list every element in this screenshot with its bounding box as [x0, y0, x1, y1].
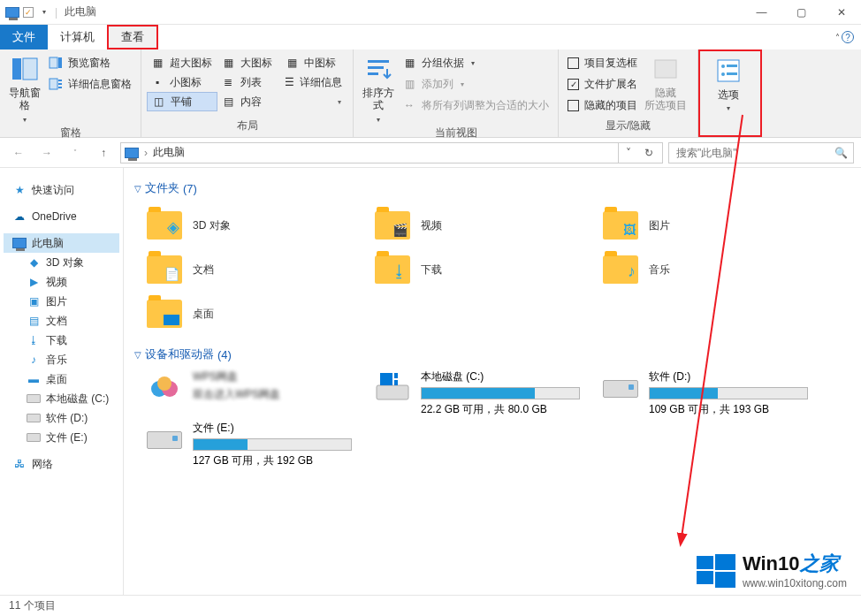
- checkbox-icon: [568, 57, 579, 69]
- folder-item-3dobjects[interactable]: ◈3D 对象: [147, 203, 368, 247]
- layout-medium[interactable]: ▦中图标: [281, 53, 345, 72]
- help-icon[interactable]: ?: [842, 31, 854, 43]
- nav-pane-button[interactable]: 导航窗格 ▾: [5, 53, 43, 124]
- search-box[interactable]: 🔍: [668, 142, 854, 164]
- svg-rect-3: [58, 57, 62, 68]
- win10-logo-icon: [697, 551, 735, 589]
- navigation-sidebar: ★快速访问 ☁OneDrive 此电脑 ◆3D 对象 ▶视频 ▣图片 ▤文档 ⭳…: [0, 168, 124, 595]
- address-history-button[interactable]: ˅: [618, 143, 637, 163]
- svg-rect-16: [727, 72, 737, 75]
- sidebar-item-thispc[interactable]: 此电脑: [4, 233, 119, 253]
- layout-small[interactable]: ▪小图标: [147, 72, 217, 92]
- svg-rect-5: [58, 80, 62, 81]
- address-bar[interactable]: › 此电脑 ˅ ↻: [120, 142, 663, 164]
- svg-rect-21: [380, 373, 392, 385]
- sidebar-item-music[interactable]: ♪音乐: [4, 350, 119, 369]
- layout-xlarge[interactable]: ▦超大图标: [147, 53, 217, 72]
- group-header-drives[interactable]: ▽ 设备和驱动器 (4): [134, 346, 850, 362]
- drive-item-e[interactable]: 文件 (E:) 127 GB 可用，共 192 GB: [147, 421, 368, 472]
- layout-details[interactable]: ☰详细信息: [281, 72, 345, 92]
- search-icon[interactable]: 🔍: [834, 147, 848, 159]
- computer-icon: [5, 5, 19, 19]
- sort-button[interactable]: 排序方式 ▾: [359, 53, 397, 124]
- dropdown-quickbar-icon[interactable]: ▾: [37, 5, 51, 19]
- sidebar-item-downloads[interactable]: ⭳下载: [4, 331, 119, 350]
- ribbon-group-showhide: 项目复选框 ✓文件扩展名 隐藏的项目 隐藏 所选项目 显示/隐藏: [559, 49, 698, 137]
- chevron-down-icon: ▽: [134, 184, 141, 194]
- refresh-button[interactable]: ↻: [639, 143, 659, 163]
- maximize-button[interactable]: ▢: [781, 0, 821, 25]
- svg-rect-4: [50, 79, 57, 89]
- checkbox-quickbar-icon[interactable]: ✓: [23, 7, 34, 18]
- sidebar-item-quickaccess[interactable]: ★快速访问: [4, 180, 119, 200]
- drive-icon: [603, 371, 638, 407]
- svg-rect-28: [715, 572, 735, 588]
- folder-item-music[interactable]: ♪音乐: [603, 247, 824, 292]
- watermark: Win10之家 www.win10xitong.com: [697, 551, 847, 589]
- network-icon: 🖧: [12, 457, 27, 471]
- tab-computer[interactable]: 计算机: [48, 25, 107, 49]
- drive-item-d[interactable]: 软件 (D:) 109 GB 可用，共 193 GB: [603, 369, 824, 421]
- svg-rect-27: [697, 571, 713, 584]
- svg-rect-10: [368, 72, 378, 75]
- group-header-folders[interactable]: ▽ 文件夹 (7): [134, 180, 850, 196]
- drive-icon: [27, 392, 41, 406]
- folder-item-desktop[interactable]: 桌面: [147, 292, 368, 336]
- drive-item-c[interactable]: 本地磁盘 (C:) 22.2 GB 可用，共 80.0 GB: [375, 369, 596, 421]
- folder-icon: ♪: [603, 252, 638, 287]
- nav-up-button[interactable]: ↑: [92, 141, 115, 164]
- collapse-ribbon-icon[interactable]: ˄: [835, 33, 840, 42]
- picture-icon: ▣: [27, 294, 41, 308]
- close-button[interactable]: ✕: [821, 0, 861, 25]
- svg-rect-12: [718, 60, 739, 81]
- svg-rect-1: [23, 58, 37, 80]
- tab-file[interactable]: 文件: [0, 25, 48, 49]
- sidebar-item-documents[interactable]: ▤文档: [4, 311, 119, 331]
- nav-history-icon[interactable]: ˅: [64, 141, 87, 164]
- sidebar-item-onedrive[interactable]: ☁OneDrive: [4, 207, 119, 226]
- group-by-button[interactable]: ▦分组依据▾: [399, 53, 552, 72]
- status-text: 11 个项目: [9, 598, 56, 613]
- svg-point-19: [157, 376, 171, 391]
- sidebar-item-network[interactable]: 🖧网络: [4, 454, 119, 474]
- hidden-items-toggle[interactable]: 隐藏的项目: [564, 95, 641, 115]
- sidebar-item-ddrive[interactable]: 软件 (D:): [4, 408, 119, 428]
- svg-rect-6: [58, 83, 62, 85]
- preview-pane-button[interactable]: 预览窗格: [45, 53, 135, 72]
- layout-more-icon[interactable]: ▾: [281, 92, 345, 111]
- folder-item-downloads[interactable]: ⭳下载: [375, 247, 596, 292]
- folder-icon: 🖼: [603, 208, 638, 243]
- drive-item-wps[interactable]: WPS网盘 双击进入WPS网盘: [147, 369, 368, 421]
- sidebar-item-videos[interactable]: ▶视频: [4, 272, 119, 292]
- window-title: 此电脑: [65, 4, 96, 19]
- quick-access-icon: ★: [12, 183, 27, 197]
- sidebar-item-desktop[interactable]: ▬桌面: [4, 369, 119, 389]
- address-location[interactable]: 此电脑: [153, 145, 185, 160]
- options-button[interactable]: 选项 ▾: [705, 55, 751, 118]
- search-input[interactable]: [674, 146, 834, 160]
- status-bar: 11 个项目: [0, 595, 861, 616]
- sidebar-item-edrive[interactable]: 文件 (E:): [4, 428, 119, 447]
- checkbox-icon: [568, 100, 579, 111]
- layout-tiles[interactable]: ◫平铺: [147, 92, 217, 111]
- item-checkboxes-toggle[interactable]: 项目复选框: [564, 53, 641, 72]
- svg-rect-7: [58, 87, 62, 88]
- file-extensions-toggle[interactable]: ✓文件扩展名: [564, 74, 641, 94]
- folder-item-videos[interactable]: 🎬视频: [375, 203, 596, 247]
- os-drive-icon: [375, 371, 410, 407]
- layout-content[interactable]: ▤内容: [217, 92, 281, 111]
- minimize-button[interactable]: —: [742, 0, 781, 25]
- nav-back-button[interactable]: ←: [7, 141, 30, 164]
- tab-view[interactable]: 查看: [107, 25, 158, 49]
- sidebar-item-cdrive[interactable]: 本地磁盘 (C:): [4, 389, 119, 408]
- onedrive-icon: ☁: [12, 209, 27, 224]
- sidebar-item-3dobjects[interactable]: ◆3D 对象: [4, 253, 119, 272]
- details-pane-button[interactable]: 详细信息窗格: [45, 74, 135, 94]
- add-column-icon: ▥: [402, 77, 416, 91]
- layout-large[interactable]: ▦大图标: [217, 53, 281, 72]
- sidebar-item-pictures[interactable]: ▣图片: [4, 292, 119, 311]
- title-bar: ✓ ▾ | 此电脑 — ▢ ✕: [0, 0, 861, 25]
- folder-item-documents[interactable]: 📄文档: [147, 247, 368, 292]
- layout-list[interactable]: ≣列表: [217, 72, 281, 92]
- folder-item-pictures[interactable]: 🖼图片: [603, 203, 824, 247]
